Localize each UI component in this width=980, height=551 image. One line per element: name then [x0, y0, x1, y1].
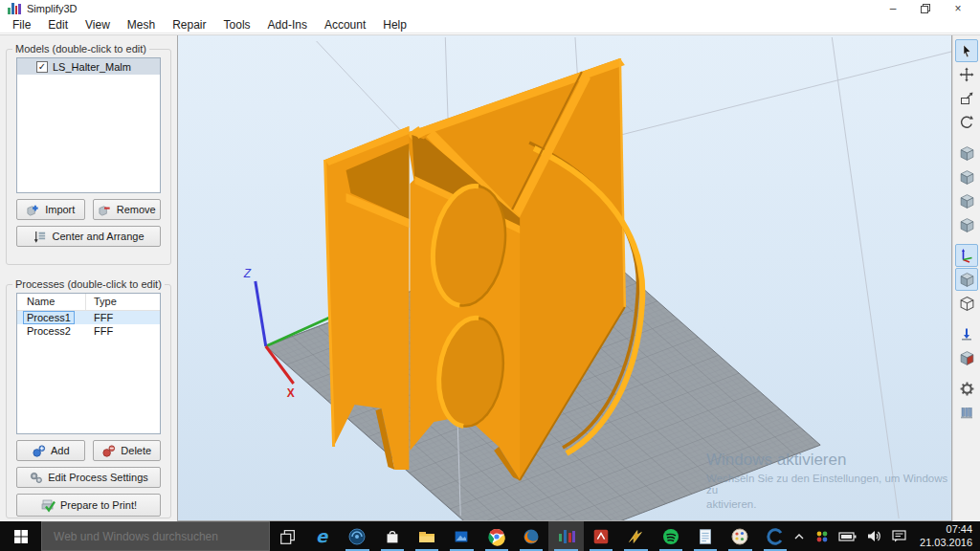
tray-volume-icon[interactable]	[866, 529, 882, 543]
move-tool-button[interactable]	[955, 63, 978, 86]
view-front-button[interactable]	[955, 142, 978, 165]
view-iso-button[interactable]	[955, 213, 978, 236]
paint-app-icon	[729, 526, 750, 547]
edit-process-settings-button[interactable]: Edit Process Settings	[16, 467, 161, 488]
menu-addins[interactable]: Add-Ins	[259, 17, 316, 33]
process-row[interactable]: Process1 FFF	[17, 311, 160, 324]
view-toolbar	[952, 35, 980, 521]
close-button[interactable]: ×	[942, 0, 974, 17]
models-label: Models (double-click to edit)	[12, 43, 149, 55]
menu-view[interactable]: View	[77, 17, 119, 33]
delete-process-button[interactable]: Delete	[93, 440, 162, 461]
import-icon	[26, 203, 40, 217]
import-button[interactable]: Import	[16, 199, 85, 220]
search-input[interactable]	[42, 530, 269, 543]
remove-button[interactable]: Remove	[93, 199, 162, 220]
taskbar-red-app[interactable]	[584, 521, 618, 551]
process-table-header: Name Type	[17, 294, 160, 311]
gear-icon	[959, 381, 975, 397]
minimize-button[interactable]: –	[877, 0, 909, 17]
wireframe-view-button[interactable]	[955, 292, 978, 315]
tray-chevron-icon[interactable]	[792, 530, 806, 543]
model-list-item[interactable]: ✓ LS_Halter_Malm	[17, 58, 160, 75]
taskbar-simplify3d[interactable]	[548, 521, 583, 551]
cursor-icon	[959, 43, 974, 58]
machine-control-button[interactable]	[955, 401, 978, 424]
delete-process-label: Delete	[121, 445, 151, 456]
prepare-print-icon	[40, 497, 56, 513]
models-list[interactable]: ✓ LS_Halter_Malm	[16, 57, 161, 193]
z-axis-label: Z	[243, 267, 252, 280]
spotify-icon	[660, 526, 681, 547]
x-axis-label: X	[287, 386, 295, 400]
tray-battery-icon[interactable]	[838, 530, 858, 543]
tray-antivirus-icon[interactable]	[814, 529, 830, 544]
taskbar-chrome[interactable]	[479, 521, 514, 551]
task-view-button[interactable]	[270, 521, 304, 551]
scale-tool-button[interactable]	[955, 87, 978, 110]
taskbar-photos-app[interactable]	[444, 521, 479, 551]
show-axes-button[interactable]	[955, 244, 978, 267]
menu-file[interactable]: File	[4, 17, 39, 33]
cube-icon	[959, 272, 975, 288]
support-tool-button[interactable]	[955, 322, 978, 345]
solid-view-button[interactable]	[955, 268, 978, 291]
simplify3d-logo-icon	[8, 3, 21, 14]
gold-app-icon	[626, 527, 645, 546]
view-top-button[interactable]	[955, 189, 978, 212]
task-view-icon	[278, 527, 298, 546]
taskbar-gold-app[interactable]	[618, 521, 653, 551]
cube-icon	[959, 169, 975, 186]
store-icon	[383, 527, 402, 546]
taskbar-spotify[interactable]	[654, 521, 688, 551]
restore-button[interactable]	[909, 0, 942, 17]
start-button[interactable]	[0, 521, 41, 551]
process-row[interactable]: Process2 FFF	[17, 324, 160, 338]
menu-repair[interactable]: Repair	[164, 17, 214, 33]
center-arrange-button[interactable]: Center and Arrange	[16, 226, 161, 247]
taskbar-paint-app[interactable]	[723, 521, 757, 551]
firefox-icon	[521, 526, 542, 547]
action-center-icon[interactable]	[891, 529, 907, 543]
center-arrange-icon	[33, 230, 47, 244]
models-groupbox: Models (double-click to edit) ✓ LS_Halte…	[6, 49, 171, 265]
add-process-icon	[32, 444, 46, 458]
process-table[interactable]: Name Type Process1 FFF Process2 FFF	[16, 293, 161, 434]
process-type: FFF	[86, 325, 160, 337]
view-side-button[interactable]	[955, 165, 978, 188]
edit-process-label: Edit Process Settings	[48, 472, 148, 483]
taskbar-notepad[interactable]	[688, 521, 723, 551]
taskbar-edge[interactable]: e	[305, 521, 340, 551]
prepare-to-print-button[interactable]: Prepare to Print!	[16, 494, 161, 517]
taskbar-store[interactable]	[375, 521, 410, 551]
menu-mesh[interactable]: Mesh	[119, 17, 164, 33]
menu-help[interactable]: Help	[374, 17, 415, 33]
menu-tools[interactable]: Tools	[215, 17, 259, 33]
clock-date: 21.03.2016	[920, 537, 972, 550]
taskbar-firefox[interactable]	[514, 521, 548, 551]
cross-section-button[interactable]	[955, 346, 978, 369]
left-panel: Models (double-click to edit) ✓ LS_Halte…	[0, 35, 177, 521]
windows-logo-icon	[13, 529, 29, 544]
select-tool-button[interactable]	[955, 39, 978, 62]
taskbar-clock[interactable]: 07:44 21.03.2016	[916, 523, 972, 550]
simplify3d-taskbar-icon	[556, 526, 577, 547]
taskbar-c-app[interactable]	[758, 521, 792, 551]
wireframe-cube-icon	[959, 296, 975, 312]
taskbar-media-app[interactable]	[340, 521, 374, 551]
add-process-button[interactable]: Add	[16, 440, 85, 461]
process-name: Process1	[23, 311, 75, 324]
settings-button[interactable]	[955, 377, 978, 400]
rotate-tool-button[interactable]	[955, 111, 978, 134]
red-app-icon	[591, 527, 611, 546]
add-process-label: Add	[51, 445, 70, 456]
menu-edit[interactable]: Edit	[39, 17, 77, 33]
taskbar-search[interactable]	[41, 521, 270, 551]
titlebar[interactable]: Simplify3D – ×	[0, 0, 980, 17]
taskbar-file-explorer[interactable]	[410, 521, 444, 551]
center-arrange-label: Center and Arrange	[52, 231, 144, 242]
model-checkbox[interactable]: ✓	[36, 61, 48, 73]
menu-account[interactable]: Account	[316, 17, 374, 33]
column-name: Name	[17, 294, 86, 310]
3d-viewport[interactable]: Z X	[177, 35, 952, 521]
